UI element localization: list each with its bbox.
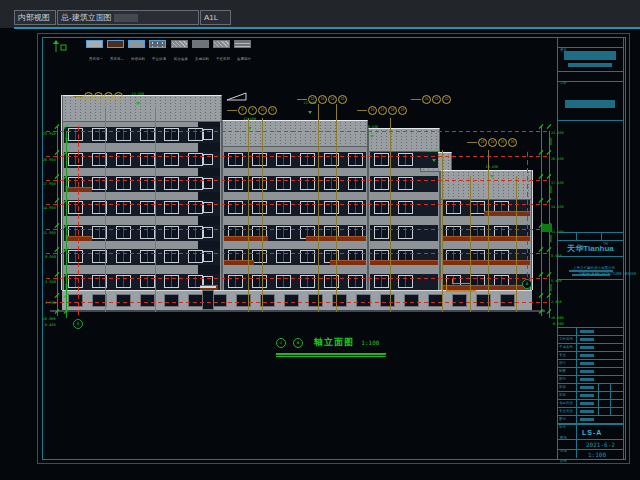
window — [164, 226, 179, 239]
grid-axis-line — [262, 118, 263, 312]
title-block-field-row: 设计 — [558, 351, 623, 359]
ground-window — [164, 294, 179, 307]
window — [374, 275, 389, 288]
field-value-bar — [580, 394, 594, 397]
legend-swatch — [149, 40, 166, 48]
ground-window — [140, 294, 155, 307]
tab-modified-mark — [114, 14, 138, 22]
field-value-bar — [580, 362, 594, 365]
floor-strip — [224, 152, 366, 168]
window — [116, 177, 131, 190]
window — [188, 226, 203, 239]
grid-bubble: 14 — [328, 95, 337, 104]
ground-window — [188, 294, 203, 307]
grid-bubble: 15 — [338, 95, 347, 104]
window — [276, 201, 291, 214]
title-block-field-row: 校对 — [558, 367, 623, 375]
title-block-field-row: 专业负责 — [558, 399, 623, 407]
window — [398, 201, 413, 214]
title-block-field-row: 制图 — [558, 359, 623, 367]
elevation-label-extra: -0.450 — [26, 314, 56, 319]
grid-bubble-leader — [357, 110, 367, 111]
window — [140, 128, 155, 141]
title-block: 资质 工程 TH 天华Tianhua 上海天华建筑设计有限公司TIANHUA A… — [557, 37, 624, 460]
window — [164, 201, 179, 214]
grid-bubble-leader — [297, 99, 307, 100]
legend-swatch — [107, 40, 124, 48]
ground-window — [68, 294, 83, 307]
slope-triangle-icon — [226, 92, 248, 102]
window — [164, 128, 179, 141]
grid-bubble: 25 — [498, 138, 507, 147]
dim-segment-text: 3000 — [541, 235, 545, 243]
elevation-label: 14.950 — [26, 197, 56, 202]
drawing-canvas[interactable]: BA23.95022.45021.95020.45019.95018.45045… — [0, 0, 640, 480]
title-grid-bubble: 4 — [276, 338, 286, 348]
grid-bubble-leader — [411, 99, 421, 100]
window — [164, 153, 179, 166]
elevation-drawing: BA23.95022.45021.95020.45019.95018.45045… — [0, 0, 640, 480]
drawing-title: 4 A 轴立面图 1:100 — [276, 333, 386, 357]
ground-window — [452, 294, 467, 307]
legend-item: 外墙涂料 — [126, 38, 146, 67]
window — [140, 201, 155, 214]
floor-strip — [224, 274, 366, 290]
datum-bubble-left: B — [73, 319, 83, 329]
window — [68, 128, 83, 141]
field-value-bar — [580, 338, 594, 341]
legend-item: 真石漆一 — [84, 38, 104, 67]
legend-label: 干挂石材 — [211, 49, 231, 67]
title-block-field-row: 审核 — [558, 375, 623, 383]
dim-segment-text: 3000 — [57, 138, 61, 146]
window — [116, 201, 131, 214]
title-block-field-row: 专业 — [558, 343, 623, 351]
project-name-bar — [565, 100, 615, 108]
elevation-label: 17.950 — [26, 173, 56, 178]
balcony-rail-strip — [370, 260, 438, 265]
grid-bubble: 9 — [248, 106, 257, 115]
drawing-title-text: 轴立面图 — [314, 337, 354, 347]
window — [348, 275, 363, 288]
window — [68, 250, 83, 263]
grid-bubble-leader — [73, 96, 83, 97]
window — [188, 201, 203, 214]
legend-label: 质感涂料 — [190, 49, 210, 67]
grid-axis-line — [442, 150, 443, 312]
grid-bubble: 8 — [238, 106, 247, 115]
field-value-bar — [580, 418, 594, 421]
window — [116, 226, 131, 239]
scale-value: 1:100 — [588, 451, 606, 458]
dim-segment-text: 3000 — [541, 284, 545, 292]
grid-bubble: 11 — [268, 106, 277, 115]
window — [164, 250, 179, 263]
window — [228, 201, 243, 214]
window — [398, 153, 413, 166]
tab-a1l[interactable]: A1L — [200, 10, 231, 25]
window — [252, 153, 267, 166]
grid-axis-line — [390, 118, 391, 312]
window — [470, 201, 485, 214]
window — [348, 201, 363, 214]
ground-window — [116, 294, 131, 307]
floor-level-line — [46, 131, 548, 132]
window — [348, 153, 363, 166]
floor-level-line — [46, 156, 548, 157]
grid-axis-line — [470, 176, 471, 312]
tab-layout-elevation[interactable]: 总-建筑立面图 — [57, 10, 199, 25]
ground-window — [284, 294, 299, 307]
title-datum-bubble: A — [293, 338, 303, 348]
grid-bubble: 21 — [432, 95, 441, 104]
dim-segment-text: 3000 — [57, 284, 61, 292]
window — [140, 250, 155, 263]
balcony-rail-strip — [224, 260, 254, 265]
window — [116, 250, 131, 263]
firm-logo: 天华Tianhua — [558, 243, 623, 254]
elevation-label: 2.950 — [26, 292, 56, 297]
window — [116, 153, 131, 166]
window — [140, 275, 155, 288]
drawing-number: LS-A — [582, 429, 602, 436]
window — [348, 177, 363, 190]
tab-model[interactable]: 内部视图 — [14, 10, 56, 25]
title-block-field-row: 审定 — [558, 383, 623, 391]
roof-elevation-flag: 18.450 — [480, 157, 504, 166]
